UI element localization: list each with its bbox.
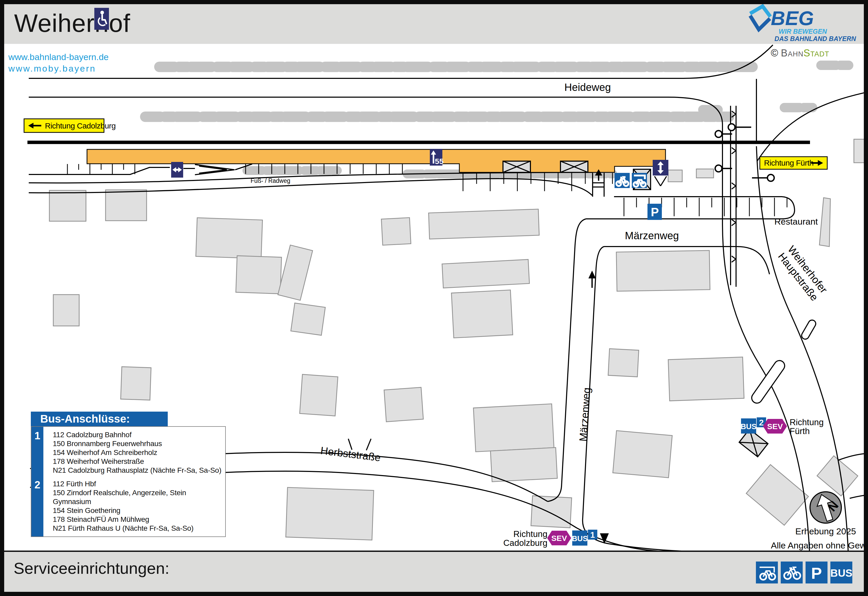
sign-east-label: Richtung Fürth	[764, 159, 813, 167]
bike-parking-icon	[614, 173, 630, 188]
bus-stop-south: Richtung Cadolzburg SEV BUS 1	[503, 529, 609, 548]
wheelchair-icon	[94, 8, 109, 30]
sign-richtung-cadolzburg: Richtung Cadolzburg	[24, 119, 116, 133]
bus-label: BUS	[572, 534, 588, 543]
disclaimer-label: Alle Angaben ohne Gewähr!	[771, 540, 868, 550]
bus-route: 154 Weiherhof Am Schreiberholz	[44, 448, 223, 457]
footer-title: Serviceeinrichtungen:	[13, 559, 169, 577]
bus-connections-panel: Bus-Anschlüsse: 1 112 Cadolzburg Bahnhof…	[31, 412, 226, 537]
parking-icon: P	[806, 562, 828, 583]
bus-route: 154 Stein Goethering	[44, 506, 223, 515]
bus-icon: BUS	[830, 562, 852, 583]
bus-stop-group-1: 1 112 Cadolzburg Bahnhof 150 Bronnamberg…	[44, 431, 223, 475]
bus-stop-east: BUS 2 SEV Richtung Fürth	[739, 417, 824, 457]
bus-route: 150 Zirndorf Realschule, Angerzeile, Ste…	[44, 488, 223, 506]
stop-2-number: 2	[759, 418, 764, 427]
track-55-badge: 55	[430, 149, 444, 165]
beg-name: BEG	[771, 7, 814, 30]
street-label-maerzenweg-ns: Märzenweg	[577, 387, 592, 442]
sev-label: SEV	[767, 422, 783, 431]
bus-panel-title: Bus-Anschlüsse:	[31, 412, 168, 426]
north-arrow: N	[810, 490, 844, 523]
bahnstadt-credit: © BahnStadt	[771, 47, 829, 59]
bus-route: 150 Bronnamberg Feuerwehrhaus	[44, 439, 223, 448]
bike-parking-icon	[781, 562, 803, 583]
stop-1-number: 1	[590, 530, 595, 540]
path-chevrons	[732, 111, 736, 262]
stop-number: 1	[31, 430, 43, 442]
link-moby-bayern[interactable]: www.moby.bayern	[8, 63, 109, 74]
crossing-gates	[715, 124, 774, 181]
street-label-herbststrasse: Herbststraße	[320, 444, 381, 463]
beg-tagline-1: WIR BEWEGEN	[779, 28, 827, 35]
bus-route: 112 Fürth Hbf	[44, 479, 223, 488]
website-links: www.bahnland-bayern.de www.moby.bayern	[8, 51, 109, 74]
parking-badge: P	[648, 204, 662, 220]
platform-shelter	[503, 161, 530, 173]
bus-route: 178 Steinach/FÜ Am Mühlweg	[44, 515, 223, 524]
bus-stop-east-direction-2: Fürth	[790, 426, 810, 436]
parking-letter: P	[651, 205, 659, 219]
bus-route: 112 Cadolzburg Bahnhof	[44, 431, 223, 439]
service-icons: P BUS	[756, 562, 852, 583]
street-label-hauptstrasse: Weiherhofer Hauptstraße	[776, 243, 830, 303]
covered-bike-parking-icon	[756, 562, 778, 583]
traffic-island-small	[800, 319, 817, 340]
sign-richtung-fuerth: Richtung Fürth	[760, 157, 827, 169]
restaurant-building	[819, 198, 830, 246]
platform-shelter	[561, 161, 588, 173]
bus-stop-south-direction-2: Cadolzburg	[503, 538, 548, 548]
bus-stop-group-2: 2 112 Fürth Hbf 150 Zirndorf Realschule,…	[44, 479, 223, 533]
platform-access-east-icon	[653, 160, 669, 186]
svg-text:BUS: BUS	[830, 567, 852, 579]
sign-west-label: Richtung Cadolzburg	[45, 121, 116, 130]
bus-route: N21 Cadolzburg Rathausplatz (Nächte Fr-S…	[44, 466, 223, 475]
traffic-island	[750, 358, 787, 405]
covered-bike-parking-icon	[632, 173, 647, 188]
svg-text:P: P	[811, 564, 822, 582]
platform-access-west-icon	[171, 162, 183, 178]
track-number: 55	[435, 157, 443, 165]
header-bar: Weiherhof	[4, 4, 864, 44]
bus-route: N21 Fürth Rathaus U (Nächte Fr-Sa, Sa-So…	[44, 524, 223, 533]
survey-year-label: Erhebung 2025	[796, 526, 856, 536]
street-label-fussradweg: Fuß- / Radweg	[251, 177, 290, 184]
bus-label: BUS	[741, 422, 756, 431]
stop-number: 2	[31, 479, 43, 491]
street-label-heideweg: Heideweg	[564, 81, 611, 93]
page-title: Weiherhof	[14, 9, 130, 38]
bus-route: 178 Weiherhof Weiherstraße	[44, 457, 223, 466]
restaurant-label: Restaurant	[775, 217, 818, 226]
link-bahnland-bayern[interactable]: www.bahnland-bayern.de	[8, 51, 109, 63]
bus-stop-south-direction-1: Richtung	[514, 529, 548, 539]
bus-stop-east-direction-1: Richtung	[790, 417, 824, 427]
street-label-maerzenweg-ew: Märzenweg	[625, 230, 679, 241]
sev-label: SEV	[551, 534, 567, 543]
beg-tagline-2: DAS BAHNLAND BAYERN	[775, 35, 856, 43]
